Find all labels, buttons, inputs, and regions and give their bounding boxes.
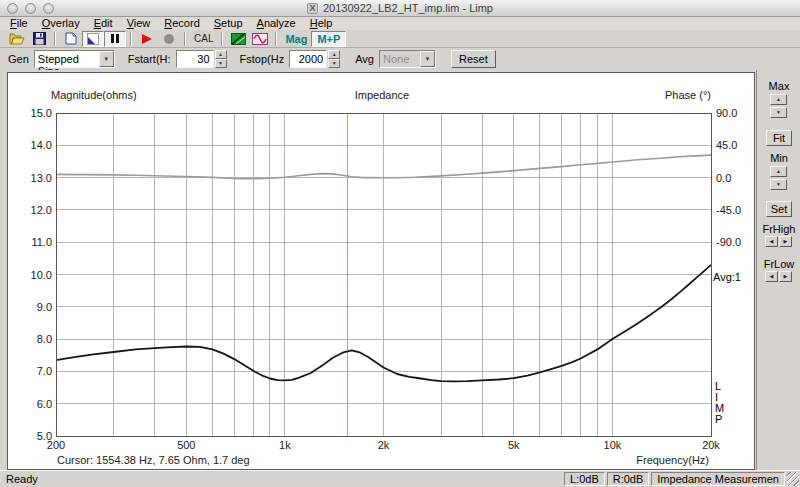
toolbar-separator xyxy=(221,32,223,46)
minimize-window-button[interactable] xyxy=(25,3,36,14)
menu-view[interactable]: View xyxy=(120,17,158,30)
fit-button[interactable]: Fit xyxy=(766,130,792,146)
copy-button[interactable] xyxy=(60,31,82,47)
fstart-label: Fstart(H: xyxy=(128,53,171,65)
menu-analyze[interactable]: Analyze xyxy=(250,17,303,30)
x11-app-icon: X xyxy=(307,3,318,14)
spin-down-icon[interactable]: ▼ xyxy=(328,59,340,68)
magnitude-view-label: Mag xyxy=(282,33,310,45)
open-folder-icon xyxy=(9,32,25,45)
sine-wave-icon xyxy=(252,33,268,45)
menu-bar: FileOverlayEditViewRecordSetupAnalyzeHel… xyxy=(0,17,800,30)
y-left-tick: 6.0 xyxy=(8,398,52,410)
magnitude-phase-view-button[interactable]: M+P xyxy=(311,31,346,47)
avg-label: Avg xyxy=(355,53,374,65)
max-up-icon[interactable]: ▲ xyxy=(770,94,787,105)
open-file-button[interactable] xyxy=(6,31,28,47)
pause-button[interactable] xyxy=(104,31,126,47)
status-mode: Impedance Measuremen xyxy=(651,472,785,486)
generator-type-value: Stepped Sine xyxy=(35,51,99,67)
y-right-tick: -90.0 xyxy=(716,236,741,248)
play-icon xyxy=(141,33,153,45)
zoom-window-button[interactable] xyxy=(43,3,54,14)
reset-button[interactable]: Reset xyxy=(451,50,496,68)
averaging-select: None ▼ xyxy=(379,50,436,68)
toolbar-separator xyxy=(54,32,56,46)
pause-icon xyxy=(110,33,120,44)
resize-grip-icon[interactable] xyxy=(787,472,799,486)
scale-control-panel: Max ▲ ▼ Fit Min ▲ ▼ Set FrHigh ◀ ▶ FrLow… xyxy=(756,70,800,470)
min-spinner: ▲ ▼ xyxy=(770,166,787,190)
status-right-level: R:0dB xyxy=(607,472,650,486)
x-tick: 2k xyxy=(367,439,401,451)
y-left-tick: 10.0 xyxy=(8,269,52,281)
min-up-icon[interactable]: ▲ xyxy=(770,166,787,177)
averaging-value: None xyxy=(380,51,420,67)
record-circle-icon xyxy=(163,33,175,45)
toolbar-separator xyxy=(275,32,277,46)
fstart-field-group: 30 ▲ ▼ xyxy=(176,50,227,68)
fstop-spinner: ▲ ▼ xyxy=(328,50,340,68)
min-down-icon[interactable]: ▼ xyxy=(770,179,787,190)
x-tick: 20k xyxy=(694,439,728,451)
menu-overlay[interactable]: Overlay xyxy=(35,17,87,30)
fstop-label: Fstop(Hz xyxy=(240,53,285,65)
y-left-tick: 7.0 xyxy=(8,365,52,377)
spectrum-button[interactable] xyxy=(227,31,249,47)
y-left-tick: 12.0 xyxy=(8,204,52,216)
frhigh-left-icon[interactable]: ◀ xyxy=(765,236,778,247)
y-left-tick: 14.0 xyxy=(8,139,52,151)
main-toolbar: CAL Mag M+P xyxy=(0,30,800,48)
frhigh-label: FrHigh xyxy=(757,223,800,235)
chevron-down-icon: ▼ xyxy=(420,51,435,67)
fstop-input[interactable]: 2000 xyxy=(289,50,327,68)
save-file-button[interactable] xyxy=(28,31,50,47)
average-count-label: Avg:1 xyxy=(713,271,741,283)
generator-flag-icon xyxy=(87,33,99,45)
toolbar-separator xyxy=(130,32,132,46)
y-left-tick: 13.0 xyxy=(8,172,52,184)
magnitude-view-button[interactable]: Mag xyxy=(281,31,311,47)
frlow-label: FrLow xyxy=(757,258,800,270)
spin-up-icon[interactable]: ▲ xyxy=(215,50,227,59)
menu-file[interactable]: File xyxy=(3,17,35,30)
gen-label: Gen xyxy=(8,53,29,65)
spin-up-icon[interactable]: ▲ xyxy=(328,50,340,59)
chart-title: Impedance xyxy=(8,89,756,101)
copy-page-icon xyxy=(65,32,77,45)
max-down-icon[interactable]: ▼ xyxy=(770,107,787,118)
floppy-disk-icon xyxy=(33,32,46,45)
impedance-chart[interactable]: Magnitude(ohms) Impedance Phase (°) 15.0… xyxy=(7,72,755,470)
y-right-tick: 90.0 xyxy=(716,107,737,119)
close-window-button[interactable] xyxy=(7,3,18,14)
menu-record[interactable]: Record xyxy=(157,17,206,30)
set-button[interactable]: Set xyxy=(766,201,792,217)
status-bar: Ready L:0dB R:0dB Impedance Measuremen xyxy=(0,470,800,487)
spin-down-icon[interactable]: ▼ xyxy=(215,59,227,68)
menu-edit[interactable]: Edit xyxy=(87,17,120,30)
calibrate-button[interactable]: CAL xyxy=(190,31,217,47)
record-stop-button[interactable] xyxy=(158,31,180,47)
signal-generator-button[interactable] xyxy=(82,31,104,47)
y-right-tick: 45.0 xyxy=(716,139,737,151)
frlow-right-icon[interactable]: ▶ xyxy=(779,271,792,282)
cursor-readout: Cursor: 1554.38 Hz, 7.65 Ohm, 1.7 deg xyxy=(57,454,250,466)
max-spinner: ▲ ▼ xyxy=(770,94,787,118)
chart-plot xyxy=(8,73,756,471)
spectrum-icon xyxy=(231,33,246,45)
max-label: Max xyxy=(757,80,800,92)
generator-type-select[interactable]: Stepped Sine ▼ xyxy=(34,50,115,68)
menu-help[interactable]: Help xyxy=(303,17,340,30)
frhigh-arrows: ◀ ▶ xyxy=(765,236,792,247)
frlow-left-icon[interactable]: ◀ xyxy=(765,271,778,282)
x-axis-title: Frequency(Hz) xyxy=(636,454,709,466)
fstop-field-group: 2000 ▲ ▼ xyxy=(289,50,340,68)
generator-wave-button[interactable] xyxy=(249,31,271,47)
frhigh-right-icon[interactable]: ▶ xyxy=(779,236,792,247)
record-start-button[interactable] xyxy=(136,31,158,47)
chevron-down-icon[interactable]: ▼ xyxy=(99,51,114,67)
right-axis-title: Phase (°) xyxy=(665,89,711,101)
menu-setup[interactable]: Setup xyxy=(207,17,250,30)
status-left-level: L:0dB xyxy=(564,472,605,486)
fstart-input[interactable]: 30 xyxy=(176,50,214,68)
